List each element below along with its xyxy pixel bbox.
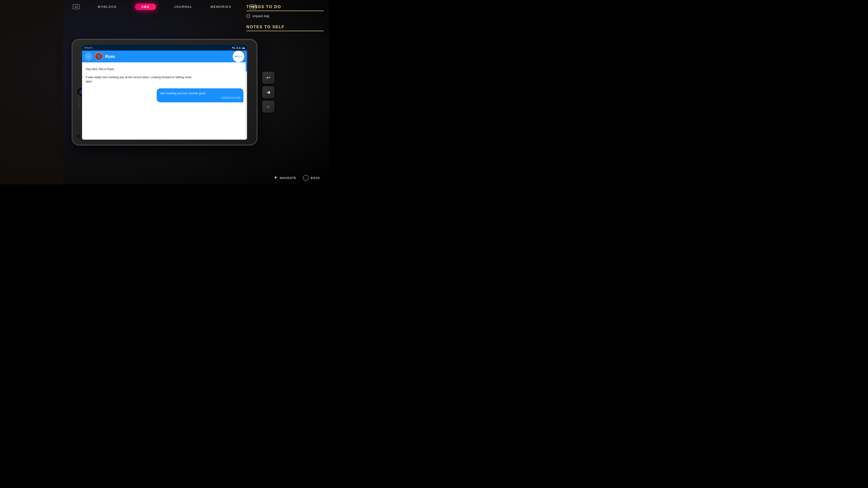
phone-camera-bottom (76, 134, 81, 138)
message-1-incoming: Hey Alex, this is Ryan. It was really ni… (86, 67, 196, 84)
status-bar: Network ▾▴ ▲▲ ▬ (82, 45, 247, 51)
battery-icon: ▬ (242, 46, 245, 49)
hello-badge: HELLO (232, 51, 244, 62)
bg-blur-overlay (0, 0, 63, 184)
message-2-outgoing: nice meeting you too! sounds good 4/28/2… (157, 88, 243, 103)
todo-checkbox-1[interactable] (246, 14, 250, 18)
dpad-icon: ✦ (274, 175, 278, 181)
things-to-do-title: THINGS TO DO (246, 4, 324, 11)
notes-to-self-title: NOTES TO SELF (246, 25, 324, 31)
contact-name: Ryan (105, 54, 230, 59)
phone-device: Network ▾▴ ▲▲ ▬ ← Ryan HELLO (72, 39, 257, 145)
reply-button[interactable]: ◀ (262, 86, 274, 98)
notes-to-self-section: NOTES TO SELF (246, 25, 324, 31)
scroll-indicator[interactable] (246, 62, 247, 140)
network-label: Network (84, 46, 93, 49)
nav-item-journal[interactable]: JOURNAL (174, 5, 193, 8)
phone-screen: Network ▾▴ ▲▲ ▬ ← Ryan HELLO (82, 45, 247, 140)
hangup-button[interactable]: ∩ (262, 101, 274, 112)
back-control[interactable]: ○ BACK (303, 175, 320, 181)
todo-text-1: Unpack bag (252, 14, 269, 18)
right-panel: THINGS TO DO Unpack bag NOTES TO SELF (241, 0, 329, 39)
messages-area: Hey Alex, this is Ryan. It was really ni… (82, 62, 247, 140)
phone-wrapper: Network ▾▴ ▲▲ ▬ ← Ryan HELLO (72, 39, 257, 145)
circle-icon: ○ (303, 175, 309, 181)
back-arrow-icon: ← (87, 55, 90, 59)
hangup-icon: ∩ (267, 104, 270, 109)
l1-button[interactable]: L1 (73, 4, 80, 9)
bottom-navigation: ✦ NAVIGATE ○ BACK (274, 175, 320, 181)
scroll-thumb (246, 62, 247, 71)
message-2-text: nice meeting you too! sounds good (160, 92, 206, 95)
nav-item-memories[interactable]: MEMORIES (211, 5, 231, 8)
navigate-label: NAVIGATE (280, 176, 296, 180)
avatar-face (95, 53, 102, 60)
status-icons: ▾▴ ▲▲ ▬ (232, 46, 245, 49)
sms-back-button[interactable]: ← (85, 53, 92, 60)
nav-item-sms[interactable]: SMS (135, 4, 156, 10)
message-1-text-2: It was really nice meeting you at the re… (86, 75, 196, 84)
todo-item-1: Unpack bag (246, 14, 324, 18)
reply-icon: ◀ (267, 90, 270, 95)
navigate-control: ✦ NAVIGATE (274, 175, 296, 181)
signal-icon: ▲▲ (236, 46, 241, 49)
message-2-timestamp: 4/28/2019 6:19 PM (160, 96, 240, 100)
sms-header: ← Ryan HELLO (82, 51, 247, 62)
message-1-text-1: Hey Alex, this is Ryan. (86, 67, 196, 71)
nav-item-myblock[interactable]: MYBLOCK (98, 5, 117, 8)
call-back-icon: ↩ (266, 75, 270, 80)
wifi-icon: ▾▴ (232, 46, 235, 49)
call-back-button[interactable]: ↩ (262, 72, 274, 84)
phone-button-strip[interactable] (78, 94, 79, 108)
contact-avatar (95, 53, 103, 61)
phone-action-buttons: ↩ ◀ ∩ (262, 72, 274, 112)
back-label: BACK (311, 176, 320, 180)
